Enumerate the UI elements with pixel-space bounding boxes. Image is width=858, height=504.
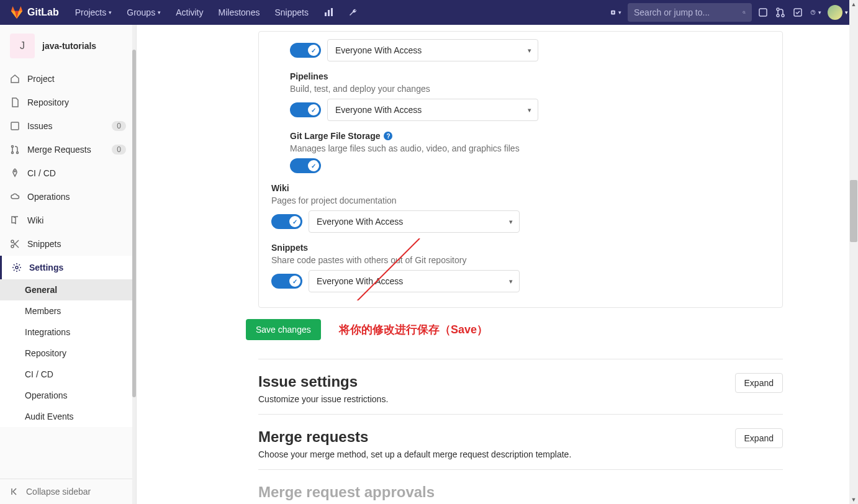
svg-rect-11	[11, 122, 19, 130]
collapse-sidebar[interactable]: Collapse sidebar	[0, 479, 136, 504]
nav-milestones[interactable]: Milestones	[212, 2, 266, 22]
top-navbar: GitLab Projects▾ Groups▾ Activity Milest…	[0, 0, 858, 25]
subitem-integrations[interactable]: Integrations	[0, 322, 136, 343]
cloud-icon	[10, 192, 20, 202]
select-pipelines[interactable]: Everyone With Access	[327, 99, 538, 121]
toggle-pipelines[interactable]	[290, 102, 321, 117]
section-title: Merge requests	[258, 428, 735, 446]
nav-projects[interactable]: Projects▾	[69, 2, 119, 22]
nav-groups[interactable]: Groups▾	[120, 2, 167, 22]
svg-point-12	[12, 146, 14, 148]
svg-rect-5	[759, 9, 767, 16]
todos-icon[interactable]	[793, 7, 804, 17]
sidebar-item-wiki[interactable]: Wiki	[0, 209, 136, 232]
svg-point-13	[12, 152, 14, 154]
setting-title: Git Large File Storage ?	[290, 131, 770, 141]
section-desc: Customize your issue restrictions.	[258, 394, 735, 404]
sidebar-item-project[interactable]: Project	[0, 67, 136, 91]
plus-dropdown[interactable]: ▾	[610, 7, 621, 17]
issues-icon[interactable]	[758, 7, 769, 17]
svg-point-8	[782, 14, 784, 17]
collapse-icon	[10, 487, 20, 497]
book-icon	[10, 215, 20, 225]
page-scrollbar[interactable]: ▲ ▼	[849, 0, 858, 504]
scroll-up-icon[interactable]: ▲	[849, 0, 858, 9]
project-avatar: J	[10, 34, 35, 58]
user-menu[interactable]: ▾	[828, 5, 848, 20]
expand-button-mr[interactable]: Expand	[735, 428, 783, 448]
select-snippets[interactable]: Everyone With Access	[309, 270, 520, 292]
svg-point-7	[777, 14, 779, 17]
toggle-0[interactable]	[290, 43, 321, 58]
nav-activity[interactable]: Activity	[169, 2, 209, 22]
permission-row-pipelines: Pipelines Build, test, and deploy your c…	[271, 64, 770, 124]
svg-rect-0	[325, 12, 327, 16]
issue-icon	[10, 121, 20, 131]
doc-icon	[10, 97, 20, 107]
project-name: java-tutorials	[42, 41, 96, 51]
select-0[interactable]: Everyone With Access	[327, 39, 538, 61]
toggle-wiki[interactable]	[271, 214, 302, 229]
setting-title: Pipelines	[290, 71, 770, 81]
svg-point-15	[14, 171, 16, 172]
svg-rect-1	[328, 10, 330, 16]
save-button[interactable]: Save changes	[246, 319, 321, 340]
setting-desc: Pages for project documentation	[271, 196, 770, 205]
permissions-block: Everyone With Access Pipelines Build, te…	[258, 31, 783, 308]
gitlab-icon	[10, 6, 24, 19]
select-wiki[interactable]: Everyone With Access	[309, 210, 520, 233]
svg-point-6	[777, 8, 779, 11]
subitem-cicd[interactable]: CI / CD	[0, 364, 136, 385]
subitem-general[interactable]: General	[0, 279, 136, 300]
setting-desc: Build, test, and deploy your changes	[290, 84, 770, 94]
project-header[interactable]: J java-tutorials	[0, 25, 136, 67]
permission-row-snippets: Snippets Share code pastes with others o…	[271, 235, 770, 295]
subitem-operations[interactable]: Operations	[0, 385, 136, 406]
help-dropdown[interactable]: ▾	[810, 7, 821, 17]
sidebar-item-settings[interactable]: Settings	[0, 256, 136, 279]
sidebar: J java-tutorials Project Repository Issu…	[0, 25, 137, 504]
scroll-down-icon[interactable]: ▼	[849, 495, 858, 504]
svg-point-16	[11, 240, 14, 243]
svg-point-14	[17, 152, 19, 154]
svg-point-18	[16, 266, 18, 269]
section-mr-approvals: Merge request approvals	[258, 469, 783, 504]
setting-desc: Manages large files such as audio, video…	[290, 143, 770, 153]
sidebar-item-repository[interactable]: Repository	[0, 91, 136, 114]
permission-row-wiki: Wiki Pages for project documentation Eve…	[271, 176, 770, 235]
sidebar-item-operations[interactable]: Operations	[0, 185, 136, 209]
subitem-audit-events[interactable]: Audit Events	[0, 406, 136, 427]
sidebar-item-cicd[interactable]: CI / CD	[0, 161, 136, 185]
search-box[interactable]	[628, 3, 752, 22]
gitlab-logo[interactable]: GitLab	[10, 6, 59, 19]
section-title: Merge request approvals	[258, 484, 783, 501]
sidebar-item-snippets[interactable]: Snippets	[0, 232, 136, 256]
setting-desc: Share code pastes with others out of Git…	[271, 255, 770, 265]
subitem-repository[interactable]: Repository	[0, 343, 136, 364]
toggle-lfs[interactable]	[290, 158, 321, 173]
nav-wrench-icon[interactable]	[342, 2, 364, 22]
main-content: Everyone With Access Pipelines Build, te…	[137, 25, 858, 504]
section-desc: Choose your merge method, set up a defau…	[258, 449, 735, 459]
help-icon[interactable]: ?	[384, 132, 392, 140]
rocket-icon	[10, 168, 20, 178]
sidebar-item-merge-requests[interactable]: Merge Requests0	[0, 138, 136, 161]
annotation-text: 将你的修改进行保存（Save）	[339, 322, 488, 337]
subitem-members[interactable]: Members	[0, 300, 136, 322]
merge-icon	[10, 145, 20, 155]
expand-button-issue[interactable]: Expand	[735, 373, 783, 393]
merge-requests-icon[interactable]	[775, 7, 787, 17]
permission-row-0: Everyone With Access	[271, 32, 770, 64]
nav-chart-icon[interactable]	[317, 2, 340, 22]
avatar	[828, 5, 842, 20]
page-scrollbar-thumb[interactable]	[850, 180, 857, 242]
search-input[interactable]	[634, 7, 743, 17]
svg-point-4	[743, 11, 745, 13]
sidebar-scrollbar-thumb[interactable]	[132, 50, 136, 397]
setting-title: Wiki	[271, 183, 770, 193]
svg-rect-2	[331, 8, 333, 16]
toggle-snippets[interactable]	[271, 274, 302, 289]
sidebar-item-issues[interactable]: Issues0	[0, 114, 136, 138]
nav-snippets[interactable]: Snippets	[268, 2, 314, 22]
permission-row-lfs: Git Large File Storage ? Manages large f…	[271, 124, 770, 176]
